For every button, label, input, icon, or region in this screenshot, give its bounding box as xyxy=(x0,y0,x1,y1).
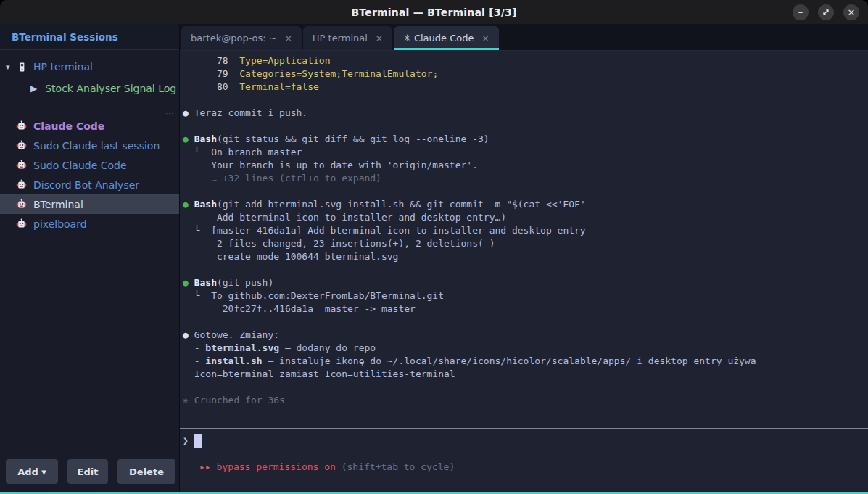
session-label: Sudo Claude last session xyxy=(33,140,160,152)
tab--claude-code[interactable]: ✳ Claude Code× xyxy=(394,26,499,50)
status-mode-text: bypass permissions on xyxy=(216,461,335,472)
terminal-output: 78 Type=Application 79 Categories=System… xyxy=(180,51,868,428)
terminal-line: 80 Terminal=false xyxy=(183,81,868,94)
tab-bartek-pop-os-[interactable]: bartek@pop-os: ~× xyxy=(181,26,302,50)
terminal-line: ● Bash(git status && git diff && git log… xyxy=(183,133,868,146)
computer-tower-icon xyxy=(17,62,27,72)
terminal-line: - bterminal.svg — dodany do repo xyxy=(183,342,868,355)
prompt-chevron-icon: ❯ xyxy=(183,435,189,446)
session-item-bterminal[interactable]: BTerminal xyxy=(0,194,179,214)
session-item-sudo-claude-code[interactable]: Sudo Claude Code xyxy=(0,155,179,175)
terminal-line: 79 Categories=System;TerminalEmulator; xyxy=(183,67,868,81)
robot-icon xyxy=(16,140,27,151)
session-item-pixelboard[interactable]: pixelboard xyxy=(0,214,179,234)
terminal-line xyxy=(183,263,868,276)
terminal-line xyxy=(183,381,868,394)
tree-item-hp-terminal[interactable]: ▾ HP terminal xyxy=(0,56,179,78)
terminal-line: … +32 lines (ctrl+o to expand) xyxy=(183,172,868,185)
session-tree: ▾ HP terminal ▶ Stock Analyser Signal Lo… xyxy=(0,50,179,458)
terminal-line: Your branch is up to date with 'origin/m… xyxy=(183,159,868,172)
session-item-sudo-claude-last-session[interactable]: Sudo Claude last session xyxy=(0,136,179,155)
session-label: BTerminal xyxy=(33,199,83,210)
terminal[interactable]: 78 Type=Application 79 Categories=System… xyxy=(180,51,868,492)
robot-icon xyxy=(16,218,27,229)
session-label: Discord Bot Analyser xyxy=(33,179,139,191)
terminal-line: 2 files changed, 23 insertions(+), 2 del… xyxy=(183,237,868,250)
edit-session-button[interactable]: Edit xyxy=(67,459,108,484)
terminal-pane: bartek@pop-os: ~×HP terminal×✳ Claude Co… xyxy=(180,24,868,492)
terminal-line xyxy=(183,120,868,133)
robot-icon xyxy=(16,160,27,170)
sidebar-title: BTerminal Sessions xyxy=(12,31,118,43)
session-label: pixelboard xyxy=(33,218,87,230)
tab-label: ✳ Claude Code xyxy=(403,33,474,44)
session-label: Claude Code xyxy=(33,120,104,132)
tab-close-icon[interactable]: × xyxy=(482,33,489,44)
permissions-status: ▸▸ bypass permissions on (shift+tab to c… xyxy=(180,453,868,492)
app-window: BTerminal — BTerminal [3/3] – × BTermina… xyxy=(0,0,868,494)
session-item-discord-bot-analyser[interactable]: Discord Bot Analyser xyxy=(0,175,179,194)
terminal-line: - install.sh — instaluje ikonę do ~/.loc… xyxy=(183,355,868,368)
terminal-line: Icon=bterminal zamiast Icon=utilities-te… xyxy=(183,368,868,381)
terminal-line: ● Bash(git add bterminal.svg install.sh … xyxy=(183,198,868,211)
add-session-button[interactable]: Add ▾ xyxy=(6,459,58,484)
sidebar-header: BTerminal Sessions xyxy=(0,24,179,50)
terminal-line: create mode 100644 bterminal.svg xyxy=(183,250,868,263)
tab-bar: bartek@pop-os: ~×HP terminal×✳ Claude Co… xyxy=(180,24,868,51)
terminal-line: 20fc27f..416da1a master -> master xyxy=(183,302,868,316)
tab-label: bartek@pop-os: ~ xyxy=(191,33,277,44)
terminal-line xyxy=(183,94,868,107)
sessions-sidebar: BTerminal Sessions ▾ HP terminal ▶ Stock… xyxy=(0,24,180,492)
terminal-line: └ To github.com:DexterFromLab/BTerminal.… xyxy=(183,289,868,302)
maximize-icon xyxy=(822,9,830,16)
tree-divider: ··· xyxy=(33,110,169,110)
robot-icon xyxy=(16,120,27,131)
robot-icon xyxy=(16,199,27,210)
collapse-caret-icon[interactable]: ▾ xyxy=(6,62,17,72)
session-item-claude-code[interactable]: Claude Code xyxy=(0,116,179,136)
window-controls: – × xyxy=(793,0,859,24)
close-button[interactable]: × xyxy=(843,4,859,20)
tab-close-icon[interactable]: × xyxy=(285,33,292,44)
tab-close-icon[interactable]: × xyxy=(376,33,383,44)
terminal-line: └ [master 416da1a] Add bterminal icon to… xyxy=(183,224,868,237)
tree-item-stock-analyser-log[interactable]: ▶ Stock Analyser Signal Log xyxy=(0,78,179,99)
terminal-line: ● Bash(git push) xyxy=(183,276,868,289)
prompt-input[interactable]: ❯ xyxy=(180,428,868,453)
terminal-line: ● Gotowe. Zmiany: xyxy=(183,329,868,342)
close-icon: × xyxy=(848,7,856,17)
status-arrows-icon: ▸▸ xyxy=(199,461,216,472)
divider-dots-icon: ··· xyxy=(165,110,174,118)
terminal-line xyxy=(183,316,868,329)
sidebar-button-row: Add ▾ Edit Delete xyxy=(0,458,179,492)
terminal-line: 78 Type=Application xyxy=(183,54,868,67)
terminal-line: ✳ Crunched for 36s xyxy=(183,394,868,407)
delete-session-button[interactable]: Delete xyxy=(117,459,175,484)
minimize-button[interactable]: – xyxy=(793,4,809,20)
robot-icon xyxy=(16,179,27,190)
maximize-button[interactable] xyxy=(818,4,834,20)
text-cursor xyxy=(194,434,202,448)
tree-item-label: HP terminal xyxy=(33,61,93,73)
terminal-line: ● Teraz commit i push. xyxy=(183,107,868,120)
terminal-line xyxy=(183,185,868,198)
status-hint-text: (shift+tab to cycle) xyxy=(336,461,455,472)
tab-label: HP terminal xyxy=(313,33,368,44)
terminal-line: Add bterminal icon to installer and desk… xyxy=(183,211,868,224)
tab-hp-terminal[interactable]: HP terminal× xyxy=(303,26,392,50)
window-title: BTerminal — BTerminal [3/3] xyxy=(351,7,516,18)
terminal-line: └ On branch master xyxy=(183,146,868,159)
tree-item-label: Stock Analyser Signal Log xyxy=(45,83,176,94)
play-icon: ▶ xyxy=(30,83,37,94)
session-label: Sudo Claude Code xyxy=(33,160,127,171)
titlebar: BTerminal — BTerminal [3/3] – × xyxy=(0,0,868,24)
minimize-icon: – xyxy=(798,7,803,17)
session-list: Claude CodeSudo Claude last sessionSudo … xyxy=(0,116,179,234)
